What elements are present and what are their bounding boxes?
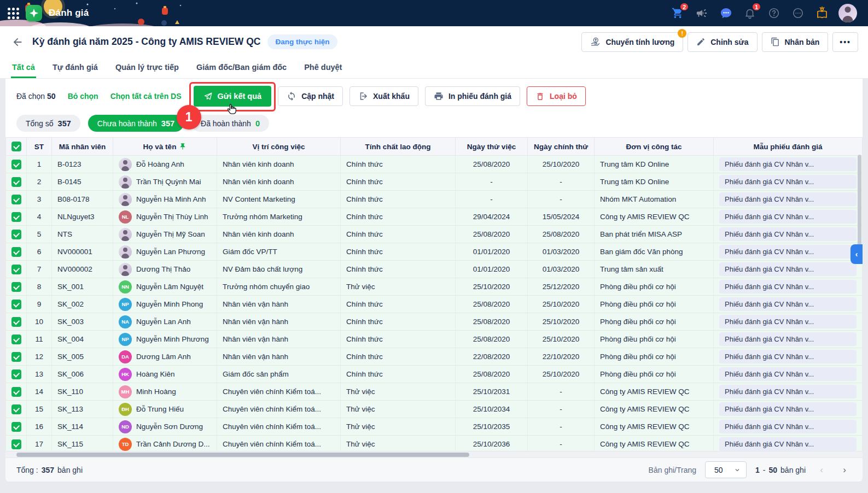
bell-badge: 1: [752, 2, 761, 11]
evaluation-form-pill[interactable]: Phiếu đánh giá CV Nhân v...: [719, 420, 857, 433]
evaluation-form-pill[interactable]: Phiếu đánh giá CV Nhân v...: [719, 437, 857, 451]
per-page-select[interactable]: 50: [705, 461, 747, 478]
column-header[interactable]: Đơn vị công tác: [595, 138, 714, 156]
evaluation-form-pill[interactable]: Phiếu đánh giá CV Nhân v...: [719, 367, 857, 381]
update-button[interactable]: Cập nhật: [278, 86, 343, 106]
select-all-checkbox[interactable]: [11, 142, 21, 151]
row-checkbox[interactable]: [11, 317, 21, 327]
evaluation-form-pill[interactable]: Phiếu đánh giá CV Nhân v...: [719, 350, 857, 363]
store-cart-icon[interactable]: 2: [670, 5, 685, 21]
previous-page-button[interactable]: ‹: [814, 463, 829, 477]
evaluation-form-pill[interactable]: Phiếu đánh giá CV Nhân v...: [719, 192, 857, 206]
evaluation-form-pill[interactable]: Phiếu đánh giá CV Nhân v...: [719, 227, 857, 241]
evaluation-form-pill[interactable]: Phiếu đánh giá CV Nhân v...: [719, 280, 857, 294]
job-position: Nhân viên vận hành: [217, 313, 341, 331]
row-checkbox[interactable]: [11, 160, 21, 169]
evaluation-form-pill[interactable]: Phiếu đánh giá CV Nhân v...: [719, 175, 857, 189]
pin-icon: [179, 143, 187, 150]
job-position: Nhân viên vận hành: [217, 331, 341, 348]
user-avatar[interactable]: [838, 4, 857, 22]
row-checkbox[interactable]: [11, 177, 21, 187]
announcement-icon[interactable]: [694, 5, 709, 21]
duplicate-button[interactable]: Nhân bản: [762, 32, 829, 52]
trial-date: 25/08/2020: [456, 331, 528, 348]
tab-qu-n-l-tr-c-ti-p[interactable]: Quản lý trực tiếp: [114, 57, 180, 78]
evaluation-form-pill[interactable]: Phiếu đánh giá CV Nhân v...: [719, 402, 857, 416]
trial-date: 22/08/2020: [456, 348, 528, 366]
row-checkbox[interactable]: [11, 247, 21, 257]
table-row: 13 SK_006 HKHoàng Kiên Giám đốc sản phẩm…: [6, 366, 863, 383]
back-button[interactable]: [10, 34, 25, 50]
transfer-salary-button[interactable]: Chuyển tính lương !: [581, 32, 683, 52]
whats-new-lamp-icon[interactable]: [814, 5, 830, 21]
evaluation-form-pill[interactable]: Phiếu đánh giá CV Nhân v...: [719, 332, 857, 346]
more-actions-button[interactable]: •••: [832, 32, 858, 52]
amis-app-logo[interactable]: [26, 5, 42, 21]
labor-type: Chính thức: [341, 261, 456, 278]
row-index: 4: [27, 208, 52, 226]
evaluation-form-pill[interactable]: Phiếu đánh giá CV Nhân v...: [719, 210, 857, 224]
column-header[interactable]: Vị trí công việc: [217, 138, 341, 156]
tab-t-t-c-[interactable]: Tất cả: [11, 57, 36, 78]
row-checkbox[interactable]: [11, 352, 21, 362]
work-unit: Ban phát triển MISA ASP: [595, 226, 714, 243]
remove-button[interactable]: Loại bỏ: [527, 86, 586, 106]
row-checkbox[interactable]: [11, 334, 21, 344]
column-header[interactable]: Ngày chính thử: [528, 138, 595, 156]
column-header[interactable]: Họ và tên: [113, 138, 217, 156]
select-all-link[interactable]: Chọn tất cả trên DS: [110, 92, 182, 101]
labor-type: Chính thức: [341, 313, 456, 331]
evaluation-form-pill[interactable]: Phiếu đánh giá CV Nhân v...: [719, 297, 857, 311]
row-checkbox[interactable]: [11, 404, 21, 414]
column-header[interactable]: Ngày thử việc: [456, 138, 528, 156]
row-checkbox[interactable]: [11, 439, 21, 449]
vertical-scrollbar[interactable]: [858, 155, 861, 250]
evaluation-form-pill[interactable]: Phiếu đánh giá CV Nhân v...: [719, 262, 857, 276]
trial-date: 25/10/2035: [456, 418, 528, 436]
more-options-icon[interactable]: [790, 5, 806, 21]
filter-total-pill[interactable]: Tổng số357: [16, 115, 80, 132]
row-checkbox[interactable]: [11, 230, 21, 239]
horizontal-scrollbar-thumb[interactable]: [16, 453, 469, 457]
collapse-panel-button[interactable]: ‹: [850, 244, 863, 264]
employee-avatar: [119, 193, 132, 206]
tab-gi-m-c-ban-gi-m-c[interactable]: Giám đốc/Ban giám đốc: [195, 57, 288, 78]
next-page-button[interactable]: ›: [837, 463, 852, 477]
column-header[interactable]: Mẫu phiếu đánh giá: [714, 138, 863, 156]
help-icon[interactable]: [766, 5, 782, 21]
notification-bell-icon[interactable]: 1: [742, 5, 758, 21]
row-index: 3: [27, 191, 52, 208]
evaluation-form-pill[interactable]: Phiếu đánh giá CV Nhân v...: [719, 245, 857, 259]
evaluation-form-pill[interactable]: Phiếu đánh giá CV Nhân v...: [719, 385, 857, 398]
export-button[interactable]: Xuất khẩu: [349, 86, 418, 106]
employee-code: SK_001: [52, 278, 113, 296]
row-checkbox[interactable]: [11, 300, 21, 309]
row-checkbox[interactable]: [11, 282, 21, 292]
job-position: Giám đốc VP/TT: [217, 243, 341, 261]
tab-t-nh-gi-[interactable]: Tự đánh giá: [51, 57, 99, 78]
column-header[interactable]: Tính chất lao động: [341, 138, 456, 156]
evaluation-form-pill[interactable]: Phiếu đánh giá CV Nhân v...: [719, 315, 857, 328]
deselect-link[interactable]: Bỏ chọn: [68, 92, 98, 101]
print-evaluation-button[interactable]: In phiếu đánh giá: [425, 86, 520, 106]
row-checkbox[interactable]: [11, 422, 21, 432]
row-checkbox[interactable]: [11, 387, 21, 397]
row-checkbox[interactable]: [11, 212, 21, 222]
row-checkbox[interactable]: [11, 265, 21, 274]
row-checkbox[interactable]: [11, 369, 21, 379]
job-position: Nhân viên kinh doanh: [217, 156, 341, 173]
chat-icon[interactable]: [718, 5, 733, 21]
column-header[interactable]: ST: [27, 138, 52, 156]
row-index: 13: [27, 366, 52, 383]
official-date: -: [528, 418, 595, 436]
tab-ph-duy-t[interactable]: Phê duyệt: [303, 57, 343, 78]
evaluation-form-pill[interactable]: Phiếu đánh giá CV Nhân v...: [719, 157, 857, 171]
row-checkbox[interactable]: [11, 195, 21, 204]
app-launcher-icon[interactable]: [8, 8, 19, 19]
edit-button[interactable]: Chỉnh sửa: [688, 32, 757, 52]
official-date: 22/10/2020: [528, 348, 595, 366]
column-header[interactable]: Mã nhân viên: [52, 138, 113, 156]
official-date: -: [528, 401, 595, 418]
filter-incomplete-pill[interactable]: Chưa hoàn thành357: [88, 115, 184, 132]
work-unit: Trung tâm KD Online: [595, 173, 714, 191]
